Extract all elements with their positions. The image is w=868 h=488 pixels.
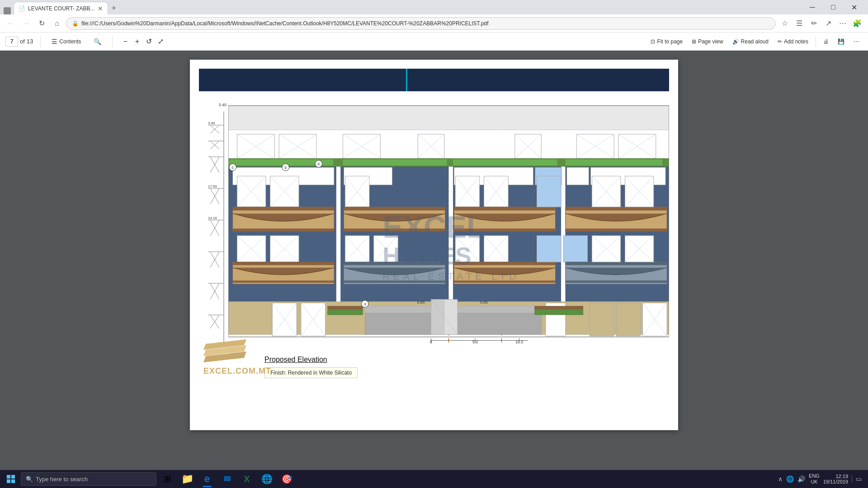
refresh-button[interactable]: ↻ xyxy=(35,17,48,30)
fit-page-icon: ⊡ xyxy=(651,38,655,45)
svg-text:17.50: 17.50 xyxy=(208,184,217,188)
active-tab[interactable]: 📄 LEVANTE COURT- ZABB... ✕ xyxy=(14,2,108,14)
search-pdf-button[interactable]: 🔍 xyxy=(90,35,105,48)
new-tab-button[interactable]: + xyxy=(108,2,120,14)
taskbar-app-misc[interactable]: 🎯 xyxy=(278,470,296,488)
taskbar-app-edge[interactable]: e xyxy=(198,470,216,488)
more-pdf-button[interactable]: ⋯ xyxy=(850,35,863,48)
home-button[interactable]: ⌂ xyxy=(51,17,63,30)
tab-close-button[interactable]: ✕ xyxy=(98,5,103,12)
svg-rect-66 xyxy=(566,160,663,166)
svg-text:3.40: 3.40 xyxy=(208,121,215,125)
svg-rect-156 xyxy=(431,300,444,335)
print-button[interactable]: 🖨 xyxy=(820,35,832,48)
page-total: 13 xyxy=(27,38,33,45)
feedback-icon[interactable]: ✏ xyxy=(807,17,820,30)
print-icon: 🖨 xyxy=(823,38,829,45)
svg-rect-34 xyxy=(336,165,341,301)
more-pdf-icon: ⋯ xyxy=(854,38,859,45)
share-icon[interactable]: ↗ xyxy=(822,17,835,30)
tab-title-text: LEVANTE COURT- ZABB... xyxy=(28,5,95,12)
region-text: UK xyxy=(811,479,817,485)
search-icon: 🔍 xyxy=(94,38,101,45)
taskbar-app-fileexplorer[interactable]: 📁 xyxy=(178,470,196,488)
taskbar-app-chrome[interactable]: 🌐 xyxy=(258,470,276,488)
minimize-button[interactable]: ─ xyxy=(802,0,823,14)
start-button[interactable] xyxy=(3,471,19,487)
svg-rect-64 xyxy=(343,160,447,166)
zoom-out-button[interactable]: − xyxy=(120,36,131,47)
forward-button[interactable]: → xyxy=(20,17,33,30)
tray-sound-icon[interactable]: 🔊 xyxy=(797,475,805,483)
content-area: 3.40 xyxy=(0,51,868,470)
tray-network-icon[interactable]: 🌐 xyxy=(786,475,794,483)
elevation-drawing: 0 5.0 10.0 ① ② ③ ② xyxy=(228,103,669,378)
page-of-text: of xyxy=(20,38,25,45)
taskbar: 🔍 Type here to search ⊞ 📁 e ✉ X 🌐 🎯 ∧ 🌐 … xyxy=(0,470,868,488)
svg-text:REAL ESTATE LTD: REAL ESTATE LTD xyxy=(382,271,519,282)
tray-clock[interactable]: 12:19 19/11/2019 xyxy=(823,474,848,484)
page-view-button[interactable]: ⊞ Page view xyxy=(688,35,726,48)
read-aloud-button[interactable]: 🔊 Read aloud xyxy=(729,35,772,48)
show-desktop-button[interactable]: ▭ xyxy=(852,475,862,483)
taskbar-search-icon: 🔍 xyxy=(26,476,33,483)
address-bar[interactable]: 🔒 file:///C:/Users/Godwin%20Darmanin/App… xyxy=(66,17,776,30)
elevation-svg: 0 5.0 10.0 ① ② ③ ② xyxy=(228,103,669,347)
extensions-icon[interactable]: 🧩 xyxy=(851,17,863,30)
clock-time: 12:19 xyxy=(835,474,848,479)
save-button[interactable]: 💾 xyxy=(834,35,848,48)
close-button[interactable]: ✕ xyxy=(844,0,864,14)
drawing-labels: Proposed Elevation xyxy=(228,347,669,367)
taskbar-search[interactable]: 🔍 Type here to search xyxy=(21,472,156,486)
zoom-in-button[interactable]: + xyxy=(132,36,142,47)
svg-text:②: ② xyxy=(363,302,367,306)
add-notes-button[interactable]: ✏ Add notes xyxy=(774,35,812,48)
fit-to-page-label: Fit to page xyxy=(657,38,683,45)
svg-rect-137 xyxy=(566,262,667,265)
taskview-icon: ⊞ xyxy=(164,474,171,484)
tray-show-hidden[interactable]: ∧ xyxy=(778,475,783,483)
add-notes-icon: ✏ xyxy=(778,38,782,45)
more-icon[interactable]: ⋯ xyxy=(836,17,849,30)
favorites-icon[interactable]: ☆ xyxy=(778,17,791,30)
title-bar: 📄 LEVANTE COURT- ZABB... ✕ + ─ □ ✕ xyxy=(0,0,868,14)
svg-rect-115 xyxy=(233,281,334,283)
svg-text:0.85: 0.85 xyxy=(417,300,425,305)
svg-rect-97 xyxy=(537,176,561,207)
pdf-toolbar: of 13 ☰ Contents 🔍 − + ↺ ⤢ ⊡ Fit to page… xyxy=(0,33,868,51)
svg-rect-38 xyxy=(561,165,566,301)
taskbar-app-outlook[interactable]: ✉ xyxy=(218,470,236,488)
excel-logo-icon xyxy=(203,337,249,366)
taskbar-taskview[interactable]: ⊞ xyxy=(158,470,176,488)
svg-rect-71 xyxy=(567,167,589,185)
watermark-logo-area: EXCEL.COM.MT xyxy=(203,337,271,376)
page-view-icon: ⊞ xyxy=(692,38,696,45)
excel-app-icon: X xyxy=(244,474,250,484)
lock-icon: 🔒 xyxy=(72,20,79,27)
page-number-input[interactable] xyxy=(5,37,18,47)
tab-bar: 📄 LEVANTE COURT- ZABB... ✕ + ─ □ ✕ xyxy=(4,0,864,14)
hub-icon[interactable]: ☰ xyxy=(793,17,806,30)
note-label-row: Finish: Rendered in White Silicato xyxy=(228,367,669,378)
window-controls: ─ □ ✕ xyxy=(802,0,864,14)
save-icon: 💾 xyxy=(838,38,844,45)
outlook-icon: ✉ xyxy=(224,474,231,484)
misc-app-icon: 🎯 xyxy=(281,474,292,484)
edge-icon: e xyxy=(204,473,210,485)
zoom-reset-button[interactable]: ↺ xyxy=(143,36,154,47)
zoom-fit-button[interactable]: ⤢ xyxy=(155,36,166,47)
maximize-button[interactable]: □ xyxy=(823,0,844,14)
contents-label: Contents xyxy=(59,38,81,45)
contents-button[interactable]: ☰ Contents xyxy=(48,35,85,48)
pdf-right-tools: ⊡ Fit to page ⊞ Page view 🔊 Read aloud ✏… xyxy=(647,35,863,48)
taskbar-app-excel[interactable]: X xyxy=(238,470,256,488)
back-button[interactable]: ← xyxy=(5,17,17,30)
tray-language[interactable]: ENG UK xyxy=(809,473,820,485)
separator-3 xyxy=(816,36,816,47)
tab-favicon: 📄 xyxy=(19,5,25,12)
svg-rect-138 xyxy=(566,281,667,283)
svg-rect-160 xyxy=(616,303,641,336)
fit-to-page-button[interactable]: ⊡ Fit to page xyxy=(647,35,686,48)
svg-text:14.10: 14.10 xyxy=(208,216,217,220)
separator-2 xyxy=(112,36,113,47)
